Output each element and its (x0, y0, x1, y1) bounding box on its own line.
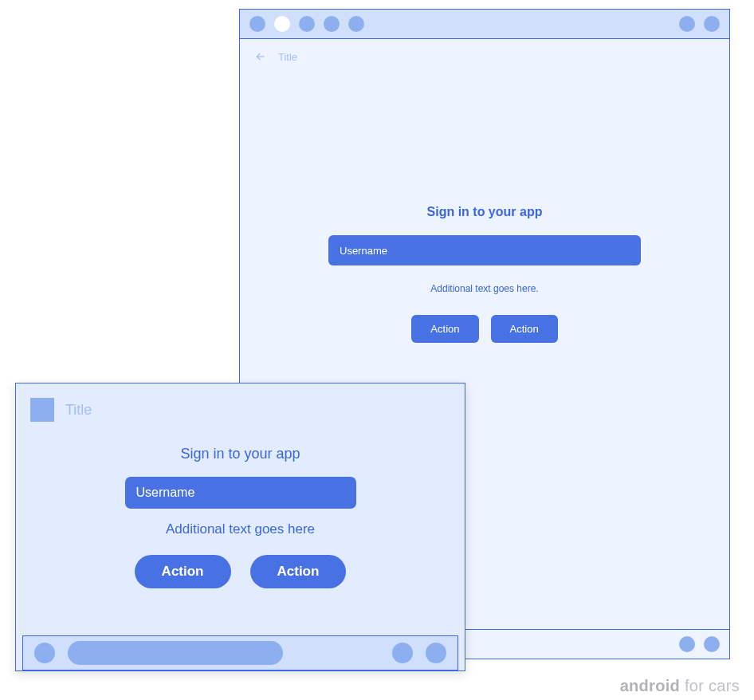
tablet-signin-panel: Sign in to your app Username Additional … (240, 205, 729, 343)
action-button-2[interactable]: Action (250, 555, 347, 588)
page-title: Title (278, 51, 297, 63)
back-arrow-icon[interactable] (254, 50, 267, 63)
username-input[interactable]: Username (125, 477, 356, 509)
wide-signin-panel: Sign in to your app Username Additional … (16, 446, 465, 588)
status-dot-icon (679, 16, 695, 32)
tablet-statusbar (240, 10, 729, 39)
bottom-dot-icon (426, 643, 446, 663)
wide-bottombar (22, 635, 458, 671)
wide-header: Title (16, 383, 465, 436)
signin-prompt: Sign in to your app (427, 205, 543, 219)
action-button-2[interactable]: Action (491, 315, 558, 343)
status-dot-icon (348, 16, 364, 32)
action-button-1[interactable]: Action (411, 315, 478, 343)
bottom-pill-icon (68, 641, 283, 665)
status-dot-icon (299, 16, 315, 32)
page-title: Title (65, 402, 92, 419)
bottom-dot-icon (679, 636, 695, 652)
bottom-dot-icon (704, 636, 720, 652)
action-button-1[interactable]: Action (135, 555, 231, 588)
wide-frame: Title Sign in to your app Username Addit… (15, 383, 465, 671)
signin-additional-text: Additional text goes here. (430, 283, 538, 294)
username-input[interactable]: Username (328, 235, 641, 265)
status-dot-icon (324, 16, 340, 32)
bottom-dot-icon (34, 643, 55, 663)
tablet-header: Title (240, 39, 729, 74)
app-icon (30, 398, 54, 422)
brand-text: android for cars (620, 677, 740, 695)
status-dot-icon (249, 16, 265, 32)
bottom-dot-icon (392, 643, 413, 663)
status-dot-icon (704, 16, 720, 32)
status-dot-selected-icon (274, 16, 290, 32)
signin-prompt: Sign in to your app (180, 446, 300, 462)
signin-additional-text: Additional text goes here (166, 521, 315, 537)
